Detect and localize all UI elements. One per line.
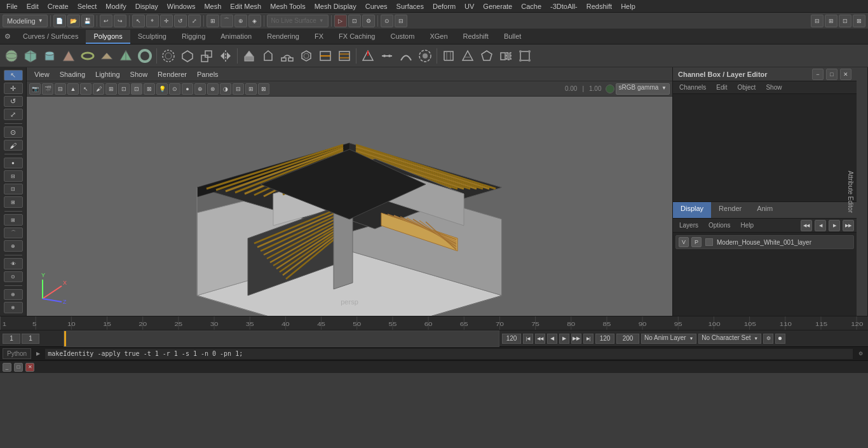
snap-view-btn[interactable]: ⊕	[4, 240, 23, 251]
redo-btn[interactable]: ↪	[114, 15, 126, 27]
menu-display[interactable]: Display	[132, 1, 162, 11]
timeline-ruler-track[interactable]: 1 5 10 15 20 25 30 35 40 45 50 55 60	[0, 316, 868, 330]
range-start-input[interactable]	[22, 334, 39, 344]
new-scene-btn[interactable]: 📄	[53, 15, 66, 27]
tab-rigging[interactable]: Rigging	[174, 30, 213, 44]
menu-generate[interactable]: Generate	[479, 1, 516, 11]
vp-paint-btn[interactable]: 🖌	[93, 83, 104, 95]
vertex-mode-btn[interactable]: ●	[4, 158, 23, 168]
window-control-2[interactable]: □	[14, 363, 23, 372]
viewport-menu-renderer[interactable]: Renderer	[155, 69, 189, 79]
viewport-menu-lighting[interactable]: Lighting	[93, 69, 123, 79]
menu-mesh-display[interactable]: Mesh Display	[311, 1, 360, 11]
shelf-bridge[interactable]	[278, 47, 296, 65]
rotate-mode-btn[interactable]: ↺	[4, 96, 23, 107]
shelf-multi-cut[interactable]	[336, 47, 353, 65]
playback-end-btn[interactable]: ▶|	[583, 334, 593, 344]
vp-grid-btn[interactable]: ⊞	[105, 83, 117, 95]
menu-mesh-tools[interactable]: Mesh Tools	[266, 1, 309, 11]
menu-modify[interactable]: Modify	[102, 1, 130, 11]
edge-mode-btn[interactable]: ⊟	[4, 170, 23, 181]
menu-surfaces[interactable]: Surfaces	[393, 1, 428, 11]
layer-menu-help[interactable]: Help	[736, 221, 757, 230]
tab-xgen[interactable]: XGen	[422, 30, 455, 44]
vp-solid-btn[interactable]: ⊡	[131, 83, 142, 95]
layer-nav-start-btn[interactable]: ◀◀	[801, 220, 812, 231]
shelf-remesh[interactable]	[478, 47, 496, 65]
face-mode-btn[interactable]: ⊡	[4, 184, 23, 194]
layer-nav-next-btn[interactable]: ▶	[829, 220, 840, 231]
scale-tool-btn[interactable]: ⤢	[188, 15, 201, 27]
playback-back-btn[interactable]: ◀	[547, 334, 557, 344]
shelf-cone[interactable]	[60, 47, 78, 65]
panel-layout-btn4[interactable]: ⊠	[853, 15, 865, 27]
tab-fx-caching[interactable]: FX Caching	[331, 30, 383, 44]
layer-color-swatch[interactable]	[705, 238, 713, 246]
shelf-circularize[interactable]	[297, 47, 315, 65]
anim-end-input[interactable]	[595, 334, 614, 344]
viewport-menu-shading[interactable]: Shading	[57, 69, 88, 79]
move-tool-btn[interactable]: ✛	[160, 15, 173, 27]
show-hide-btn[interactable]: 👁	[4, 258, 23, 269]
menu-3dtoall[interactable]: -3DtoAll-	[546, 1, 581, 11]
snap-curve-btn[interactable]: ⌒	[220, 15, 233, 27]
shelf-combine[interactable]	[198, 47, 215, 65]
layer-nav-end-btn[interactable]: ▶▶	[843, 220, 854, 231]
pivot-btn[interactable]: ⊕	[4, 289, 23, 300]
no-character-set-dropdown[interactable]: No Character Set ▼	[698, 334, 761, 344]
panel-layout-btn1[interactable]: ⊟	[811, 15, 824, 27]
shelf-edge-hardness[interactable]	[378, 47, 396, 65]
tab-settings-button[interactable]: ⚙	[0, 29, 15, 44]
attr-editor-tab-label[interactable]: Attribute Editor	[846, 166, 856, 216]
no-live-surface-btn[interactable]: No Live Surface ▼	[267, 15, 329, 27]
shelf-reduce[interactable]	[459, 47, 477, 65]
vp-fit-btn[interactable]: ⊟	[55, 83, 66, 95]
tab-redshift[interactable]: Redshift	[456, 30, 496, 44]
playback-fwd-btn[interactable]: ▶▶	[571, 334, 581, 344]
shelf-cleanup[interactable]	[440, 47, 458, 65]
tab-animation[interactable]: Animation	[213, 30, 259, 44]
snap-curve-left-btn[interactable]: ⌒	[4, 227, 23, 238]
render-btn[interactable]: ▷	[334, 15, 347, 27]
shelf-torus[interactable]	[79, 47, 97, 65]
layer-vis-p-btn[interactable]: P	[691, 237, 702, 247]
move-mode-btn[interactable]: ✛	[4, 83, 23, 93]
tab-rendering[interactable]: Rendering	[259, 30, 307, 44]
shelf-smooth[interactable]	[397, 47, 415, 65]
layer-menu-layers[interactable]: Layers	[675, 221, 702, 230]
menu-help[interactable]: Help	[617, 1, 639, 11]
menu-cache[interactable]: Cache	[517, 1, 545, 11]
ipr-render-btn[interactable]: ⊡	[348, 15, 361, 27]
auto-key-btn[interactable]: ⏺	[775, 334, 785, 344]
playback-settings-btn[interactable]: ⚙	[763, 334, 773, 344]
window-control-1[interactable]: _	[3, 363, 11, 372]
tab-bullet[interactable]: Bullet	[496, 30, 529, 44]
command-input[interactable]	[45, 349, 853, 359]
menu-edit-mesh[interactable]: Edit Mesh	[226, 1, 265, 11]
rotate-tool-btn[interactable]: ↺	[174, 15, 187, 27]
snap-point-btn[interactable]: ⊕	[234, 15, 247, 27]
soft-select-btn[interactable]: ⊙	[4, 126, 23, 137]
shelf-loop-cut[interactable]	[316, 47, 334, 65]
cb-menu-edit[interactable]: Edit	[712, 83, 731, 92]
menu-redshift[interactable]: Redshift	[583, 1, 616, 11]
cb-menu-object[interactable]: Object	[734, 83, 760, 92]
layer-nav-prev-btn[interactable]: ◀	[815, 220, 826, 231]
playback-start-btn[interactable]: |◀	[523, 334, 533, 344]
no-anim-layer-dropdown[interactable]: No Anim Layer ▼	[641, 334, 696, 344]
cmd-expand-icon[interactable]: ▶	[34, 350, 43, 358]
menu-edit[interactable]: Edit	[23, 1, 43, 11]
python-toggle-btn[interactable]: Python	[3, 348, 31, 359]
lasso-tool-btn[interactable]: ⌖	[146, 15, 159, 27]
layer-tab-display[interactable]: Display	[673, 202, 711, 218]
shelf-cube[interactable]	[22, 47, 39, 65]
isolate-select-btn[interactable]: ⊙	[4, 271, 23, 282]
undo-btn[interactable]: ↩	[100, 15, 112, 27]
shelf-extrude[interactable]	[240, 47, 258, 65]
mode-dropdown[interactable]: Modeling ▼	[3, 15, 48, 27]
tab-sculpting[interactable]: Sculpting	[130, 30, 174, 44]
layer-tab-render[interactable]: Render	[711, 202, 749, 218]
shelf-subdiv-sphere[interactable]	[159, 47, 177, 65]
shelf-plane[interactable]	[98, 47, 116, 65]
layer-tab-anim[interactable]: Anim	[749, 202, 780, 218]
